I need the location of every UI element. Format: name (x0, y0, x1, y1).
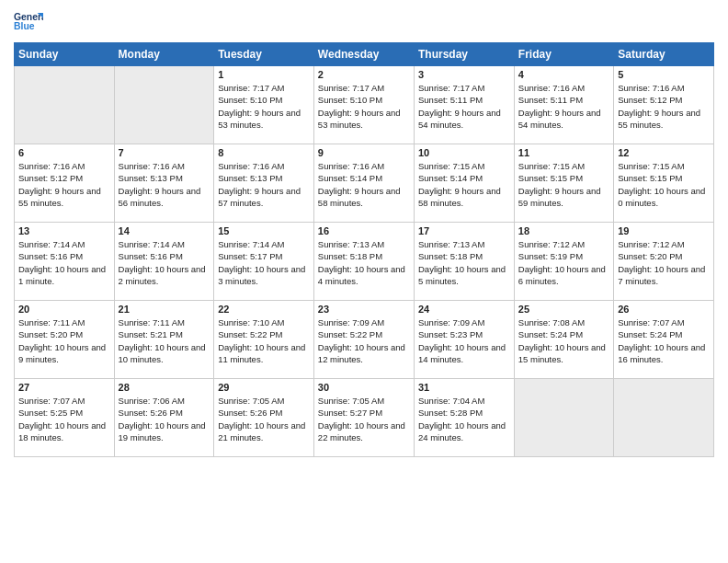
day-info: Sunrise: 7:16 AM Sunset: 5:13 PM Dayligh… (218, 160, 310, 209)
calendar-header-row: SundayMondayTuesdayWednesdayThursdayFrid… (15, 43, 714, 66)
calendar-cell: 5Sunrise: 7:16 AM Sunset: 5:12 PM Daylig… (614, 66, 714, 144)
calendar-cell: 13Sunrise: 7:14 AM Sunset: 5:16 PM Dayli… (15, 223, 115, 301)
day-number: 11 (518, 147, 609, 158)
day-number: 16 (318, 225, 410, 236)
day-info: Sunrise: 7:04 AM Sunset: 5:28 PM Dayligh… (418, 395, 510, 443)
day-info: Sunrise: 7:15 AM Sunset: 5:15 PM Dayligh… (618, 160, 710, 209)
day-info: Sunrise: 7:16 AM Sunset: 5:12 PM Dayligh… (18, 160, 110, 209)
calendar-cell: 28Sunrise: 7:06 AM Sunset: 5:26 PM Dayli… (114, 379, 214, 457)
weekday-header-wednesday: Wednesday (313, 43, 414, 66)
day-number: 4 (518, 69, 609, 80)
calendar-body: 1Sunrise: 7:17 AM Sunset: 5:10 PM Daylig… (15, 66, 714, 457)
day-number: 12 (618, 147, 710, 158)
day-info: Sunrise: 7:16 AM Sunset: 5:11 PM Dayligh… (518, 82, 609, 131)
day-info: Sunrise: 7:13 AM Sunset: 5:18 PM Dayligh… (318, 238, 410, 287)
calendar-cell (514, 379, 613, 457)
calendar-cell: 1Sunrise: 7:17 AM Sunset: 5:10 PM Daylig… (214, 66, 314, 144)
day-number: 26 (618, 304, 710, 315)
day-number: 15 (218, 225, 310, 236)
weekday-header-monday: Monday (114, 43, 214, 66)
weekday-header-tuesday: Tuesday (214, 43, 314, 66)
calendar-cell: 4Sunrise: 7:16 AM Sunset: 5:11 PM Daylig… (514, 66, 613, 144)
calendar-cell: 23Sunrise: 7:09 AM Sunset: 5:22 PM Dayli… (313, 301, 414, 379)
day-info: Sunrise: 7:09 AM Sunset: 5:22 PM Dayligh… (318, 316, 410, 365)
calendar-week-2: 6Sunrise: 7:16 AM Sunset: 5:12 PM Daylig… (15, 144, 714, 223)
day-number: 8 (218, 147, 310, 158)
day-number: 10 (418, 147, 510, 158)
day-number: 21 (119, 304, 210, 315)
calendar-cell: 6Sunrise: 7:16 AM Sunset: 5:12 PM Daylig… (15, 144, 115, 223)
calendar-cell: 20Sunrise: 7:11 AM Sunset: 5:20 PM Dayli… (15, 301, 115, 379)
day-info: Sunrise: 7:13 AM Sunset: 5:18 PM Dayligh… (418, 238, 510, 287)
weekday-header-friday: Friday (514, 43, 613, 66)
calendar-cell: 19Sunrise: 7:12 AM Sunset: 5:20 PM Dayli… (614, 223, 714, 301)
day-info: Sunrise: 7:16 AM Sunset: 5:13 PM Dayligh… (119, 160, 210, 209)
calendar-cell: 2Sunrise: 7:17 AM Sunset: 5:10 PM Daylig… (313, 66, 414, 144)
day-info: Sunrise: 7:12 AM Sunset: 5:19 PM Dayligh… (518, 238, 609, 287)
day-info: Sunrise: 7:07 AM Sunset: 5:25 PM Dayligh… (18, 395, 110, 443)
calendar-week-4: 20Sunrise: 7:11 AM Sunset: 5:20 PM Dayli… (15, 301, 714, 379)
calendar-cell: 12Sunrise: 7:15 AM Sunset: 5:15 PM Dayli… (614, 144, 714, 223)
day-info: Sunrise: 7:07 AM Sunset: 5:24 PM Dayligh… (618, 316, 710, 365)
day-info: Sunrise: 7:15 AM Sunset: 5:15 PM Dayligh… (518, 160, 609, 209)
day-number: 31 (418, 382, 510, 393)
calendar-cell: 30Sunrise: 7:05 AM Sunset: 5:27 PM Dayli… (313, 379, 414, 457)
day-number: 22 (218, 304, 310, 315)
day-info: Sunrise: 7:12 AM Sunset: 5:20 PM Dayligh… (618, 238, 710, 287)
calendar-cell: 9Sunrise: 7:16 AM Sunset: 5:14 PM Daylig… (313, 144, 414, 223)
day-number: 13 (18, 225, 110, 236)
day-number: 20 (18, 304, 110, 315)
day-number: 23 (318, 304, 410, 315)
day-number: 9 (318, 147, 410, 158)
calendar-cell: 29Sunrise: 7:05 AM Sunset: 5:26 PM Dayli… (214, 379, 314, 457)
day-info: Sunrise: 7:14 AM Sunset: 5:17 PM Dayligh… (218, 238, 310, 287)
calendar-week-3: 13Sunrise: 7:14 AM Sunset: 5:16 PM Dayli… (15, 223, 714, 301)
logo: General Blue (14, 9, 43, 35)
day-info: Sunrise: 7:17 AM Sunset: 5:11 PM Dayligh… (418, 82, 510, 131)
svg-text:Blue: Blue (14, 21, 35, 31)
day-info: Sunrise: 7:08 AM Sunset: 5:24 PM Dayligh… (518, 316, 609, 365)
calendar-cell: 14Sunrise: 7:14 AM Sunset: 5:16 PM Dayli… (114, 223, 214, 301)
day-info: Sunrise: 7:05 AM Sunset: 5:27 PM Dayligh… (318, 395, 410, 443)
day-info: Sunrise: 7:17 AM Sunset: 5:10 PM Dayligh… (218, 82, 310, 131)
day-info: Sunrise: 7:17 AM Sunset: 5:10 PM Dayligh… (318, 82, 410, 131)
day-info: Sunrise: 7:05 AM Sunset: 5:26 PM Dayligh… (218, 395, 310, 443)
day-info: Sunrise: 7:14 AM Sunset: 5:16 PM Dayligh… (18, 238, 110, 287)
day-number: 25 (518, 304, 609, 315)
day-number: 18 (518, 225, 609, 236)
day-number: 17 (418, 225, 510, 236)
calendar-cell: 17Sunrise: 7:13 AM Sunset: 5:18 PM Dayli… (414, 223, 514, 301)
calendar-cell (614, 379, 714, 457)
weekday-header-thursday: Thursday (414, 43, 514, 66)
calendar-cell: 25Sunrise: 7:08 AM Sunset: 5:24 PM Dayli… (514, 301, 613, 379)
day-info: Sunrise: 7:16 AM Sunset: 5:14 PM Dayligh… (318, 160, 410, 209)
calendar-cell: 16Sunrise: 7:13 AM Sunset: 5:18 PM Dayli… (313, 223, 414, 301)
weekday-header-saturday: Saturday (614, 43, 714, 66)
day-info: Sunrise: 7:14 AM Sunset: 5:16 PM Dayligh… (119, 238, 210, 287)
logo-icon: General Blue (14, 9, 43, 35)
day-number: 3 (418, 69, 510, 80)
day-info: Sunrise: 7:16 AM Sunset: 5:12 PM Dayligh… (618, 82, 710, 131)
day-number: 1 (218, 69, 310, 80)
calendar-cell (15, 66, 115, 144)
day-number: 27 (18, 382, 110, 393)
calendar-cell: 18Sunrise: 7:12 AM Sunset: 5:19 PM Dayli… (514, 223, 613, 301)
day-number: 28 (119, 382, 210, 393)
day-info: Sunrise: 7:06 AM Sunset: 5:26 PM Dayligh… (119, 395, 210, 443)
day-number: 30 (318, 382, 410, 393)
day-number: 24 (418, 304, 510, 315)
calendar-week-5: 27Sunrise: 7:07 AM Sunset: 5:25 PM Dayli… (15, 379, 714, 457)
day-number: 5 (618, 69, 710, 80)
calendar-cell: 8Sunrise: 7:16 AM Sunset: 5:13 PM Daylig… (214, 144, 314, 223)
day-number: 14 (119, 225, 210, 236)
calendar-cell: 11Sunrise: 7:15 AM Sunset: 5:15 PM Dayli… (514, 144, 613, 223)
calendar-cell (114, 66, 214, 144)
day-info: Sunrise: 7:11 AM Sunset: 5:21 PM Dayligh… (119, 316, 210, 365)
calendar-table: SundayMondayTuesdayWednesdayThursdayFrid… (14, 42, 714, 457)
weekday-header-sunday: Sunday (15, 43, 115, 66)
calendar-cell: 3Sunrise: 7:17 AM Sunset: 5:11 PM Daylig… (414, 66, 514, 144)
day-number: 6 (18, 147, 110, 158)
calendar-cell: 10Sunrise: 7:15 AM Sunset: 5:14 PM Dayli… (414, 144, 514, 223)
calendar-cell: 22Sunrise: 7:10 AM Sunset: 5:22 PM Dayli… (214, 301, 314, 379)
calendar-cell: 21Sunrise: 7:11 AM Sunset: 5:21 PM Dayli… (114, 301, 214, 379)
